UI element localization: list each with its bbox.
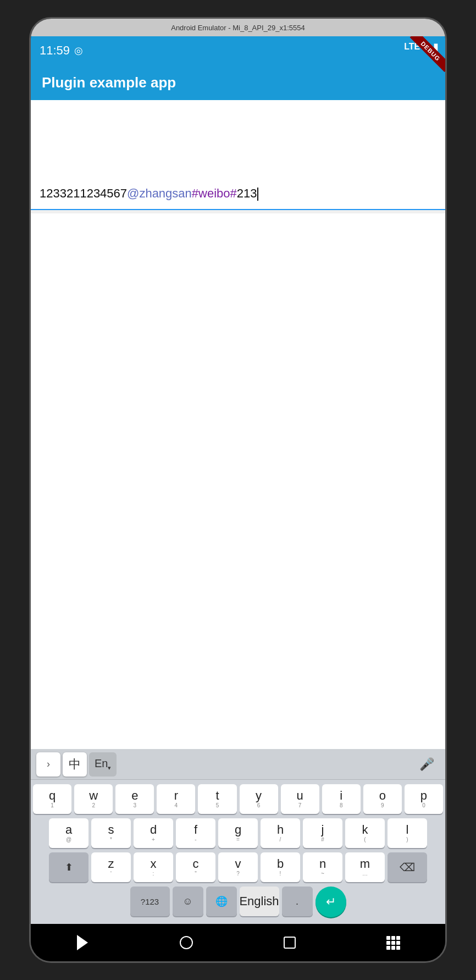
enter-key[interactable]: ↵ (316, 887, 346, 917)
text-normal: 1233211234567 (40, 185, 127, 202)
en-label: En▾ (95, 757, 111, 772)
keyboard-area: › 中 En▾ 🎤 q1 w2 e3 r4 t5 y6 u7 (31, 749, 445, 924)
key-row-1: q1 w2 e3 r4 t5 y6 u7 i8 o9 p0 (33, 784, 443, 814)
text-cursor (257, 188, 258, 201)
num-sym-label: ?123 (141, 898, 159, 906)
key-s[interactable]: s* (91, 818, 131, 848)
keyboard-rows: q1 w2 e3 r4 t5 y6 u7 i8 o9 p0 a@ s* d+ f… (31, 780, 445, 924)
arrow-icon: › (47, 758, 50, 770)
num-sym-key[interactable]: ?123 (130, 887, 170, 916)
key-c[interactable]: c" (176, 852, 215, 882)
emoji-icon: ☺ (182, 896, 192, 906)
key-i[interactable]: i8 (322, 784, 361, 814)
lte-indicator: LTE (404, 42, 420, 52)
battery-icon: ▮ (433, 41, 439, 53)
app-title: Plugin example app (42, 74, 176, 91)
key-b[interactable]: b! (261, 852, 300, 882)
emulator-title: Android Emulator - Mi_8_API_29_x1:5554 (171, 24, 305, 32)
key-p[interactable]: p0 (405, 784, 443, 814)
key-k[interactable]: k( (345, 818, 385, 848)
home-button[interactable] (173, 929, 200, 956)
key-h[interactable]: h/ (261, 818, 300, 848)
key-t[interactable]: t5 (198, 784, 236, 814)
backspace-icon: ⌫ (400, 862, 415, 873)
period-label: . (296, 896, 298, 906)
title-bar: Android Emulator - Mi_8_API_29_x1:5554 (31, 19, 445, 36)
status-bar: 11:59 ◎ LTE ▲ ▮ DEBUG (31, 36, 445, 65)
spacebar-label: English (239, 895, 279, 907)
keyboard-toolbar: › 中 En▾ 🎤 (31, 749, 445, 780)
key-row-bottom: ?123 ☺ 🌐 English . ↵ (33, 887, 443, 917)
keyboard-arrow-btn[interactable]: › (36, 752, 60, 777)
chinese-icon: 中 (69, 756, 81, 773)
mic-icon: 🎤 (419, 757, 434, 772)
keyboard-chinese-btn[interactable]: 中 (63, 752, 87, 777)
key-x[interactable]: x: (134, 852, 173, 882)
key-g[interactable]: g= (218, 818, 258, 848)
key-j[interactable]: j# (303, 818, 342, 848)
recents-icon (284, 937, 296, 949)
key-row-2: a@ s* d+ f- g= h/ j# k( l) (33, 818, 443, 848)
shift-key[interactable]: ⬆ (49, 852, 88, 882)
key-o[interactable]: o9 (363, 784, 402, 814)
globe-icon: 🌐 (215, 896, 228, 906)
signal-icon: ◎ (74, 45, 83, 57)
key-d[interactable]: d+ (134, 818, 173, 848)
keyboard-mic-btn[interactable]: 🎤 (414, 752, 440, 777)
text-input-area[interactable]: 1233211234567@zhangsan #weibo#213 (31, 100, 445, 210)
key-r[interactable]: r4 (157, 784, 195, 814)
shift-icon: ⬆ (65, 862, 73, 872)
key-u[interactable]: u7 (281, 784, 319, 814)
text-content: 1233211234567@zhangsan #weibo#213 (40, 185, 258, 202)
signal-bars-icon: ▲ (422, 42, 431, 52)
status-time: 11:59 (40, 43, 70, 58)
key-n[interactable]: n~ (303, 852, 342, 882)
keyboard-english-btn[interactable]: En▾ (89, 752, 117, 777)
period-key[interactable]: . (282, 887, 313, 916)
home-icon (180, 936, 193, 949)
back-icon (77, 935, 88, 950)
key-q[interactable]: q1 (33, 784, 71, 814)
enter-icon: ↵ (326, 896, 336, 908)
text-hashtag: #weibo# (192, 185, 237, 202)
key-f[interactable]: f- (176, 818, 215, 848)
device-frame: Android Emulator - Mi_8_API_29_x1:5554 1… (29, 17, 447, 963)
content-area: 1233211234567@zhangsan #weibo#213 (31, 100, 445, 749)
key-a[interactable]: a@ (49, 818, 88, 848)
key-z[interactable]: z' (91, 852, 131, 882)
keyboard-button[interactable] (380, 929, 407, 956)
app-header: Plugin example app (31, 65, 445, 100)
keyboard-icon (386, 936, 400, 950)
globe-key[interactable]: 🌐 (206, 887, 237, 916)
key-v[interactable]: v? (218, 852, 258, 882)
key-e[interactable]: e3 (115, 784, 154, 814)
backspace-key[interactable]: ⌫ (388, 852, 427, 882)
recents-button[interactable] (276, 929, 303, 956)
text-after: 213 (237, 185, 257, 202)
key-w[interactable]: w2 (74, 784, 113, 814)
status-right: LTE ▲ ▮ (397, 36, 445, 57)
emoji-key[interactable]: ☺ (173, 887, 203, 916)
key-l[interactable]: l) (388, 818, 427, 848)
text-mention: @zhangsan (127, 185, 192, 202)
nav-bar (31, 924, 445, 961)
secondary-text-area[interactable] (31, 213, 445, 749)
key-row-3: ⬆ z' x: c" v? b! n~ m… ⌫ (33, 852, 443, 882)
key-m[interactable]: m… (345, 852, 385, 882)
key-y[interactable]: y6 (240, 784, 278, 814)
back-button[interactable] (69, 929, 96, 956)
spacebar-key[interactable]: English (240, 887, 279, 916)
